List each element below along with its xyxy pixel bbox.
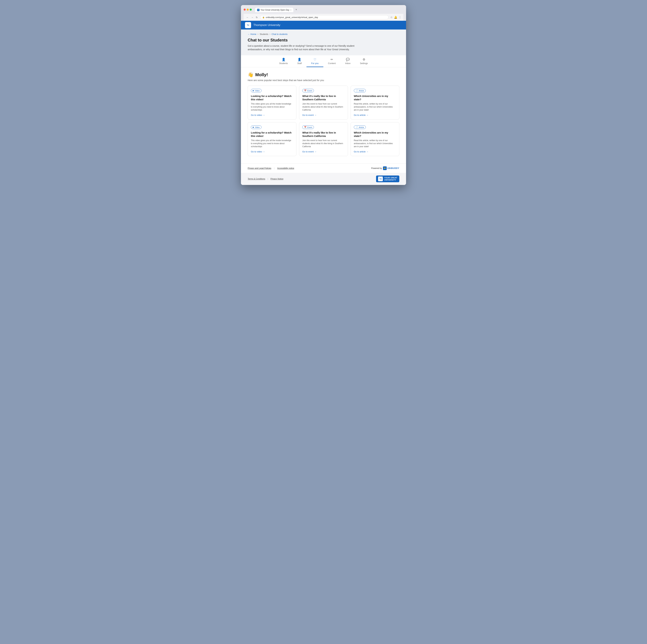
inbox-icon: 💬 [346, 58, 350, 61]
university-name: Thompson University [254, 23, 280, 27]
card-desc-video-1: This video gives you all the inside know… [251, 102, 293, 112]
tab-settings[interactable]: ⚙ Settings [355, 55, 372, 67]
page-footer-links: Terms & Conditions | Privacy Notice [248, 178, 283, 180]
uni-badge-name: YOUR GREATUNIVERSITY [384, 177, 397, 181]
menu-icon[interactable]: ⋮ [399, 16, 401, 19]
card-desc-event-1: Join this event to hear from our current… [302, 102, 345, 112]
browser-toolbar: ← → ↻ 🔒 unibuddy.com/your_great_universi… [244, 14, 403, 21]
tab-staff[interactable]: 👤 Staff [292, 55, 306, 67]
breadcrumb-current[interactable]: Chat to students [272, 33, 288, 36]
tab-favicon: 🛡 [257, 9, 260, 11]
accessibility-link[interactable]: Accessibility notice [277, 167, 294, 170]
footer-links: Privacy and Legal Policies | Accessibili… [248, 167, 294, 170]
refresh-button[interactable]: ↻ [255, 16, 259, 19]
for-you-subtitle: Here are some popular next best steps th… [248, 79, 399, 82]
cards-row-2: ▶ Video Looking for a scholarship? Watch… [248, 122, 399, 156]
card-link-video-1[interactable]: Go to video → [251, 114, 293, 116]
powered-by: Powered by 🤝 UNIBUDDY [371, 167, 399, 170]
university-logo-text: TU [247, 24, 249, 26]
university-logo: TU [245, 22, 251, 28]
cards-row-1: ▶ Video Looking for a scholarship? Watch… [248, 86, 399, 120]
tab-for-you[interactable]: ♡ For you [306, 55, 323, 67]
traffic-light-red[interactable] [244, 9, 246, 11]
card-badge-event-2: 📅 Event [302, 125, 314, 129]
card-badge-article-2: 📄 Article [354, 125, 366, 129]
tab-inbox-label: Inbox [345, 62, 350, 65]
hero-description: Got a question about a course, student l… [248, 44, 366, 51]
breadcrumb: ← Home > Students > Chat to students [248, 33, 399, 36]
tab-content[interactable]: ✏ Content [323, 55, 341, 67]
card-badge-event-1: 📅 Event [302, 89, 314, 92]
article-badge-label-2: Article [359, 126, 364, 128]
event-badge-icon-2: 📅 [304, 126, 306, 128]
card-article-1: 📄 Article Which Universities are in my s… [351, 86, 399, 120]
card-title-video-1: Looking for a scholarship? Watch this vi… [251, 94, 293, 101]
unibuddy-logo: 🤝 UNIBUDDY [383, 167, 399, 170]
traffic-light-green[interactable] [250, 9, 252, 11]
privacy-legal-link[interactable]: Privacy and Legal Policies [248, 167, 271, 170]
browser-window: 🛡 Your Great University Open Day × + ← →… [241, 5, 406, 185]
bookmark-icon[interactable]: ☆ [390, 16, 392, 19]
card-link-event-1[interactable]: Go to event → [302, 114, 345, 116]
card-badge-video-2: ▶ Video [251, 125, 262, 129]
video-badge-icon-2: ▶ [253, 126, 254, 128]
card-article-2: 📄 Article Which Universities are in my s… [351, 122, 399, 156]
address-bar[interactable]: 🔒 unibuddy.com/your_great_university/vir… [260, 15, 388, 19]
article-badge-icon-1: 📄 [356, 89, 358, 92]
content-icon: ✏ [331, 58, 333, 61]
browser-tab-active[interactable]: 🛡 Your Great University Open Day × [255, 8, 293, 12]
forward-button[interactable]: → [250, 16, 254, 19]
powered-by-label: Powered by [371, 167, 382, 170]
video-badge-label-2: Video [255, 126, 260, 128]
video-badge-label-1: Video [255, 90, 260, 92]
tab-students-label: Students [279, 62, 288, 65]
card-link-video-2[interactable]: Go to video → [251, 150, 293, 153]
breadcrumb-home-link[interactable]: ← Home [248, 33, 256, 36]
address-url: unibuddy.com/your_great_university/virtu… [266, 16, 386, 18]
unibuddy-icon: 🤝 [383, 167, 387, 170]
card-event-1: 📅 Event What it's really like to live in… [299, 86, 348, 120]
app-footer: Privacy and Legal Policies | Accessibili… [241, 164, 406, 173]
browser-chrome: 🛡 Your Great University Open Day × + ← →… [241, 5, 406, 21]
tab-students[interactable]: 👤 Students [275, 55, 292, 67]
notification-icon[interactable]: 🔔 [394, 16, 397, 19]
terms-conditions-link[interactable]: Terms & Conditions [248, 178, 265, 180]
back-button[interactable]: ← [246, 16, 249, 19]
tab-title: Your Great University Open Day [261, 9, 289, 11]
card-desc-article-2: Read this article, written by one of our… [354, 139, 396, 148]
card-link-article-2[interactable]: Go to article → [354, 150, 396, 153]
card-badge-video-1: ▶ Video [251, 89, 262, 92]
card-link-article-1[interactable]: Go to article → [354, 114, 396, 116]
card-link-event-2[interactable]: Go to event → [302, 150, 345, 153]
university-footer-badge: YU YOUR GREATUNIVERSITY [376, 176, 399, 182]
card-desc-video-2: This video gives you all the inside know… [251, 139, 293, 148]
event-badge-label-1: Event [307, 90, 312, 92]
students-icon: 👤 [282, 58, 285, 61]
page-footer-divider: | [268, 178, 268, 180]
tab-inbox[interactable]: 💬 Inbox [340, 55, 355, 67]
new-tab-button[interactable]: + [293, 7, 299, 12]
tab-for-you-label: For you [311, 62, 318, 65]
card-title-event-1: What it's really like to live in Souther… [302, 94, 345, 101]
tab-navigation: 👤 Students 👤 Staff ♡ For you ✏ Content 💬 [241, 55, 406, 67]
university-header: TU Thompson University [241, 21, 406, 29]
breadcrumb-students: Students [260, 33, 268, 36]
tab-close-button[interactable]: × [290, 9, 291, 11]
card-event-2: 📅 Event What it's really like to live in… [299, 122, 348, 156]
traffic-light-yellow[interactable] [247, 9, 249, 11]
app-area: 👤 Students 👤 Staff ♡ For you ✏ Content 💬 [241, 55, 406, 173]
card-title-video-2: Looking for a scholarship? Watch this vi… [251, 131, 293, 138]
privacy-notice-link[interactable]: Privacy Notice [271, 178, 283, 180]
tab-bar: 🛡 Your Great University Open Day × + [255, 7, 299, 12]
staff-icon: 👤 [298, 58, 301, 61]
video-badge-icon-1: ▶ [253, 89, 254, 92]
card-badge-article-1: 📄 Article [354, 89, 366, 92]
tab-settings-label: Settings [360, 62, 368, 65]
lock-icon: 🔒 [262, 16, 265, 18]
breadcrumb-sep1: > [257, 33, 259, 36]
page-content: TU Thompson University ← Home > Students… [241, 21, 406, 185]
card-desc-event-2: Join this event to hear from our current… [302, 139, 345, 148]
settings-icon: ⚙ [363, 58, 365, 61]
for-you-icon: ♡ [313, 58, 316, 61]
hero-section: ← Home > Students > Chat to students Cha… [241, 29, 406, 55]
